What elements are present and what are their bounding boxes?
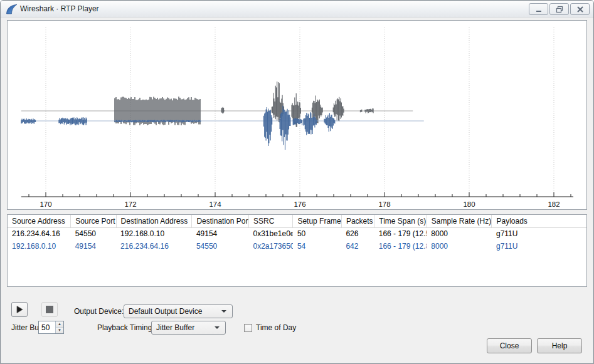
table-cell: 49154	[71, 240, 116, 252]
playback-timing-value: Jitter Buffer	[156, 323, 194, 332]
titlebar: Wireshark · RTP Player	[1, 1, 593, 18]
column-header[interactable]: Setup Frame	[293, 215, 342, 227]
spin-down-icon[interactable]: ▼	[56, 328, 63, 333]
column-header[interactable]: Destination Address	[116, 215, 192, 227]
waveform-canvas[interactable]: 170172174176178180182	[8, 21, 586, 209]
chevron-down-icon	[221, 310, 226, 313]
column-header[interactable]: Payloads	[492, 215, 586, 227]
stream-192.168.0.10-to-216.234.64.16-waveform[interactable]	[293, 118, 302, 125]
table-cell: 8000	[427, 227, 492, 240]
stream-192.168.0.10-to-216.234.64.16-waveform[interactable]	[324, 113, 335, 132]
table-cell: 626	[341, 227, 374, 240]
rtp-player-window: Wireshark · RTP Player 17017217417617818…	[0, 0, 594, 364]
playback-timing-select[interactable]: Jitter Buffer	[151, 321, 226, 335]
stop-icon	[46, 306, 53, 313]
table-cell: g711U	[492, 240, 586, 252]
rtp-waveform-plot[interactable]: 170172174176178180182	[7, 20, 587, 210]
maximize-icon	[556, 6, 563, 13]
axis-tick-label: 174	[209, 200, 221, 208]
table-row[interactable]: 192.168.0.1049154216.234.64.16545500x2a1…	[8, 240, 586, 252]
stream-192.168.0.10-to-216.234.64.16-waveform[interactable]	[263, 107, 272, 146]
play-button[interactable]	[11, 302, 28, 317]
minimize-icon	[535, 6, 543, 13]
table-cell: 54550	[71, 227, 116, 240]
table-cell: 216.234.64.16	[8, 227, 71, 240]
spin-up-icon[interactable]: ▲	[56, 321, 63, 328]
stream-216.234.64.16-to-192.168.0.10-waveform[interactable]	[332, 97, 344, 122]
wireshark-logo-icon	[6, 4, 18, 14]
column-header[interactable]: Source Address	[8, 215, 71, 227]
table-cell: 642	[341, 240, 374, 252]
output-device-label: Output Device:	[74, 305, 124, 318]
table-row[interactable]: 216.234.64.1654550192.168.0.10491540x31b…	[8, 227, 586, 240]
stream-192.168.0.10-to-216.234.64.16-waveform[interactable]	[59, 117, 87, 125]
output-device-value: Default Output Device	[129, 307, 202, 316]
axis-tick-label: 170	[40, 200, 51, 208]
table-cell: 166 - 179 (12.5)	[374, 227, 427, 240]
help-button[interactable]: Help	[537, 338, 582, 353]
time-of-day-checkbox[interactable]	[244, 324, 252, 332]
table-cell: 8000	[427, 240, 492, 252]
table-cell: 0x2a173650	[248, 240, 292, 252]
stop-button[interactable]	[41, 302, 58, 317]
axis-tick-label: 172	[124, 200, 136, 208]
jitter-buffer-spinner[interactable]: ▲ ▼	[38, 321, 64, 334]
stream-216.234.64.16-to-192.168.0.10-waveform[interactable]	[311, 95, 322, 123]
rtp-streams-table: Source AddressSource PortDestination Add…	[8, 215, 586, 252]
close-button-label: Close	[500, 341, 519, 350]
table-cell: 192.168.0.10	[116, 227, 192, 240]
chevron-down-icon	[215, 326, 220, 329]
maximize-button[interactable]	[549, 3, 569, 15]
table-cell: 54550	[192, 240, 249, 252]
play-icon	[15, 305, 24, 314]
stream-216.234.64.16-to-192.168.0.10-waveform[interactable]	[221, 107, 225, 114]
table-cell: 192.168.0.10	[8, 240, 71, 252]
output-device-select[interactable]: Default Output Device	[124, 304, 233, 318]
table-cell: 50	[293, 227, 342, 240]
axis-tick-label: 178	[378, 200, 390, 208]
close-button[interactable]: Close	[487, 338, 532, 353]
axis-tick-label: 176	[294, 200, 305, 208]
table-cell: 166 - 179 (12.8)	[374, 240, 427, 252]
axis-tick-label: 180	[463, 200, 475, 208]
table-cell: 54	[293, 240, 342, 252]
help-button-label: Help	[552, 341, 568, 350]
rtp-streams-table-panel: Source AddressSource PortDestination Add…	[7, 214, 587, 287]
window-title: Wireshark · RTP Player	[20, 1, 99, 17]
playback-timing-label: Playback Timing:	[97, 321, 154, 335]
time-of-day-label: Time of Day	[256, 321, 296, 335]
table-cell: 216.234.64.16	[116, 240, 192, 252]
table-cell: 49154	[192, 227, 249, 240]
column-header[interactable]: Time Span (s)	[374, 215, 427, 227]
column-header[interactable]: Source Port	[71, 215, 116, 227]
jitter-buffer-input[interactable]	[39, 321, 55, 333]
close-icon	[576, 6, 584, 13]
column-header[interactable]: Packets	[341, 215, 374, 227]
table-cell: g711U	[492, 227, 586, 240]
column-header[interactable]: Destination Port	[192, 215, 249, 227]
minimize-button[interactable]	[529, 3, 548, 15]
column-header[interactable]: Sample Rate (Hz)	[427, 215, 492, 227]
close-window-button[interactable]	[570, 3, 590, 15]
column-header[interactable]: SSRC	[248, 215, 292, 227]
table-cell: 0x31be1e0e	[248, 227, 292, 240]
axis-tick-label: 182	[548, 200, 560, 208]
